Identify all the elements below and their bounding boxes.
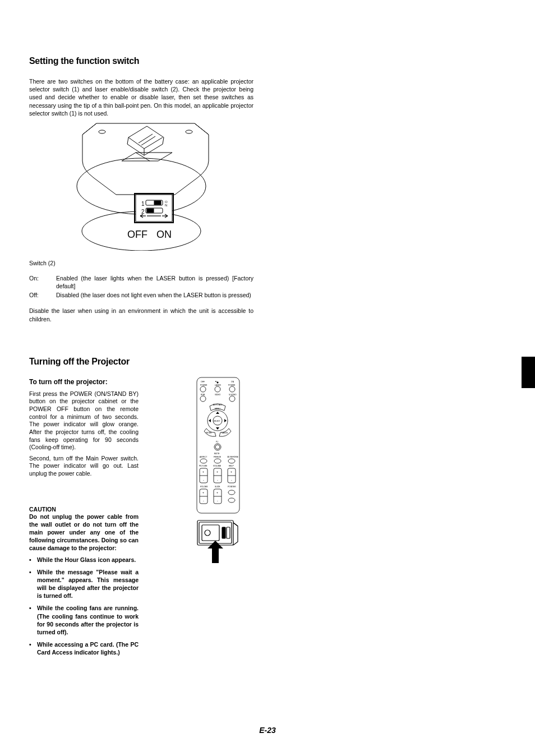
svg-point-0 — [99, 130, 105, 133]
svg-text:N: N — [165, 204, 167, 207]
remote-bottom-diagram: 1 2 O N OFF ON — [63, 122, 220, 251]
svg-text:POWER: POWER — [200, 384, 207, 386]
svg-text:ENTER: ENTER — [206, 432, 212, 434]
svg-text:+: + — [216, 491, 218, 494]
svg-text:POINTER: POINTER — [228, 486, 236, 488]
bullet-1: While the Hour Glass icon appears. — [29, 556, 139, 564]
svg-text:+: + — [230, 470, 232, 473]
svg-text:ON: ON — [156, 229, 172, 240]
section-heading-2: Turning off the Projector — [29, 357, 253, 367]
caution-text: Do not unplug the power cable from the w… — [29, 513, 139, 552]
caution-bullets: While the Hour Glass icon appears. While… — [29, 556, 139, 657]
svg-text:PJ: PJ — [216, 441, 218, 443]
bullet-3: While the cooling fans are running. (The… — [29, 604, 139, 636]
svg-point-47 — [214, 459, 221, 463]
svg-text:OFF: OFF — [201, 381, 205, 383]
svg-text:VOLUME: VOLUME — [213, 465, 222, 467]
svg-text:ASPECT: ASPECT — [200, 456, 207, 458]
svg-point-41 — [215, 445, 220, 449]
svg-point-19 — [217, 382, 218, 383]
section-heading-1: Setting the function switch — [29, 56, 253, 66]
svg-text:+: + — [202, 491, 204, 494]
remote-control-diagram: OFF ▲ ON POWER POWER LASER RGB VIDEO S-V… — [196, 377, 240, 514]
svg-text:POWER: POWER — [228, 384, 236, 386]
svg-point-75 — [228, 490, 235, 495]
intro-paragraph: There are two switches on the bottom of … — [29, 77, 253, 117]
svg-text:3D REFORM: 3D REFORM — [227, 456, 238, 458]
svg-rect-7 — [154, 201, 161, 205]
page-tab — [522, 357, 535, 388]
bullet-2: While the message "Please wait a moment.… — [29, 568, 139, 600]
svg-text:VIDEO: VIDEO — [215, 394, 221, 396]
svg-rect-81 — [222, 527, 225, 538]
svg-point-30 — [200, 396, 206, 402]
power-socket-diagram — [196, 519, 240, 564]
on-key: On: — [29, 274, 56, 290]
svg-text:RGB: RGB — [201, 394, 205, 396]
switch-label: Switch (2) — [29, 260, 253, 266]
svg-text:-: - — [203, 499, 204, 503]
svg-text:MENU: MENU — [215, 408, 220, 410]
svg-point-48 — [228, 459, 235, 463]
turnoff-para2: Second, turn off the Main Power switch. … — [29, 455, 139, 478]
svg-point-26 — [229, 386, 235, 392]
svg-text:MUTE: MUTE — [214, 453, 220, 455]
svg-text:FOLDER: FOLDER — [200, 486, 208, 488]
switch-definitions: On: Enabled (the laser lights when the L… — [29, 274, 253, 299]
off-key: Off: — [29, 291, 56, 299]
svg-text:▲: ▲ — [215, 380, 217, 382]
svg-text:-: - — [203, 478, 204, 482]
bullet-4: While accessing a PC card. (The PC Card … — [29, 640, 139, 656]
off-value: Disabled (the laser does not light even … — [56, 291, 253, 299]
svg-point-46 — [200, 459, 207, 463]
disable-note: Disable the laser when using in an envir… — [29, 307, 253, 322]
svg-rect-82 — [227, 527, 230, 538]
svg-text:SLIDE: SLIDE — [215, 486, 220, 488]
svg-text:-: - — [217, 499, 218, 503]
turnoff-para1: First press the POWER (ON/STAND BY) butt… — [29, 390, 139, 451]
svg-text:HELP: HELP — [229, 465, 234, 467]
svg-text:PICTURE: PICTURE — [199, 465, 207, 467]
svg-text:ON: ON — [231, 381, 234, 383]
svg-point-25 — [215, 386, 220, 392]
on-value: Enabled (the laser lights when the LASER… — [56, 274, 253, 290]
svg-text:-: - — [217, 478, 218, 482]
svg-rect-9 — [147, 209, 154, 213]
svg-text:-: - — [231, 478, 232, 482]
svg-text:S-VIDEO: S-VIDEO — [229, 394, 237, 396]
svg-text:SELECT: SELECT — [214, 420, 220, 422]
svg-text:FREEZE: FREEZE — [214, 456, 222, 458]
svg-text:LASER: LASER — [215, 384, 221, 386]
svg-text:OFF: OFF — [127, 229, 147, 240]
svg-text:1: 1 — [141, 201, 145, 207]
svg-point-31 — [229, 396, 235, 402]
svg-text:+: + — [202, 470, 204, 473]
svg-text:CANCEL: CANCEL — [222, 432, 229, 434]
svg-point-1 — [186, 130, 192, 133]
svg-point-76 — [228, 498, 235, 503]
svg-point-80 — [205, 530, 210, 536]
svg-text:2: 2 — [141, 209, 145, 215]
svg-text:+: + — [216, 470, 218, 473]
page-number: E-23 — [0, 726, 535, 735]
svg-point-24 — [200, 386, 206, 392]
